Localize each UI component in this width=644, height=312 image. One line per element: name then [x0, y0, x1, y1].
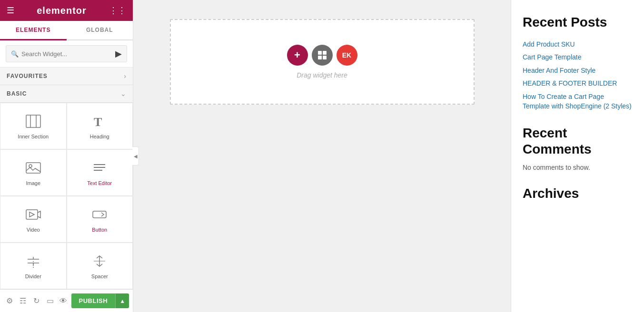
favourites-label: FAVOURITES [7, 73, 48, 79]
sidebar-bottom: ⚙ ☶ ↻ ▭ 👁 PUBLISH ▲ [0, 289, 133, 312]
button-icon [92, 208, 107, 223]
list-item: Header And Footer Style [523, 66, 633, 76]
basic-label: BASIC [7, 90, 27, 97]
video-icon [26, 208, 41, 223]
cursor-indicator: ▶ [115, 49, 122, 59]
widget-spacer-label: Spacer [91, 273, 108, 279]
svg-rect-19 [318, 51, 322, 55]
chevron-down-icon: ⌄ [120, 90, 126, 98]
undo-icon-btn[interactable]: ↻ [31, 293, 42, 309]
tab-global[interactable]: GLOBAL [67, 21, 133, 39]
widget-button[interactable]: Button [67, 196, 133, 243]
widget-button-label: Button [92, 227, 107, 233]
widget-video[interactable]: Video [0, 196, 67, 243]
main-canvas: + EK Drag widget here [133, 0, 511, 312]
svg-rect-21 [318, 56, 322, 59]
widget-image[interactable]: Image [0, 149, 67, 196]
widget-heading-label: Heading [90, 134, 109, 139]
eye-icon-btn[interactable]: 👁 [58, 293, 69, 309]
recent-posts-list: Add Product SKU Cart Page Template Heade… [523, 40, 633, 111]
divider-icon [26, 254, 41, 270]
ek-button[interactable]: EK [337, 45, 357, 66]
svg-rect-22 [323, 56, 327, 59]
widget-heading[interactable]: T Heading [67, 103, 133, 149]
widget-text-editor-label: Text Editor [87, 180, 112, 186]
hamburger-icon[interactable]: ☰ [7, 5, 14, 16]
favourites-row[interactable]: FAVOURITES › [0, 68, 133, 85]
tab-elements[interactable]: ELEMENTS [0, 21, 67, 40]
grid-icon[interactable]: ⋮⋮ [109, 5, 126, 16]
svg-marker-10 [30, 212, 34, 217]
list-item: HEADER & FOOTER BUILDER [523, 79, 633, 88]
inner-section-icon [26, 115, 41, 130]
list-item: How To Create a Cart Page Template with … [523, 92, 633, 111]
sidebar-header: ☰ elementor ⋮⋮ [0, 0, 133, 21]
spacer-icon [92, 254, 107, 270]
search-input-wrap: 🔍 ▶ [6, 45, 127, 62]
layers-icon-btn[interactable]: ☶ [17, 293, 29, 309]
post-link-0[interactable]: Add Product SKU [523, 40, 575, 48]
widget-video-label: Video [27, 227, 40, 233]
collapse-icon: ◀ [134, 154, 138, 159]
sidebar: ☰ elementor ⋮⋮ ELEMENTS GLOBAL 🔍 ▶ FAVOU… [0, 0, 133, 312]
add-template-button[interactable] [312, 45, 333, 66]
publish-button[interactable]: PUBLISH [71, 293, 116, 308]
right-panel: Recent Posts Add Product SKU Cart Page T… [511, 0, 644, 312]
recent-comments-title: Recent Comments [523, 125, 633, 157]
widget-inner-section[interactable]: Inner Section [0, 103, 67, 149]
svg-rect-4 [26, 163, 40, 173]
svg-rect-9 [26, 210, 38, 219]
widget-divider-label: Divider [25, 273, 41, 279]
search-input[interactable] [21, 50, 113, 58]
settings-icon-btn[interactable]: ⚙ [4, 293, 15, 309]
archives-title: Archives [523, 185, 633, 202]
no-comments-text: No comments to show. [523, 164, 633, 171]
post-link-2[interactable]: Header And Footer Style [523, 67, 595, 74]
post-link-3[interactable]: HEADER & FOOTER BUILDER [523, 79, 617, 87]
chevron-right-icon: › [124, 72, 126, 80]
drop-label: Drag widget here [297, 71, 347, 79]
collapse-handle[interactable]: ◀ [132, 146, 139, 166]
add-section-button[interactable]: + [287, 45, 308, 66]
svg-point-5 [29, 165, 32, 167]
widgets-grid: Inner Section T Heading Image [0, 103, 133, 289]
publish-group: PUBLISH ▲ [71, 293, 129, 308]
widget-image-label: Image [26, 180, 40, 186]
svg-rect-0 [26, 115, 40, 127]
text-editor-icon [92, 161, 107, 176]
svg-text:T: T [94, 115, 102, 128]
image-icon [26, 161, 41, 176]
search-icon: 🔍 [11, 50, 19, 58]
recent-posts-title: Recent Posts [523, 14, 633, 30]
post-link-4[interactable]: How To Create a Cart Page Template with … [523, 93, 632, 110]
svg-rect-20 [323, 51, 327, 55]
sidebar-tabs: ELEMENTS GLOBAL [0, 21, 133, 40]
publish-arrow-button[interactable]: ▲ [115, 293, 129, 308]
canvas-section: + EK Drag widget here [133, 0, 511, 114]
list-item: Add Product SKU [523, 40, 633, 49]
widget-text-editor[interactable]: Text Editor [67, 149, 133, 196]
heading-icon: T [92, 115, 107, 130]
widget-divider[interactable]: Divider [0, 243, 67, 289]
widget-spacer[interactable]: Spacer [67, 243, 133, 289]
elementor-logo: elementor [37, 5, 87, 16]
list-item: Cart Page Template [523, 53, 633, 62]
search-box: 🔍 ▶ [0, 40, 133, 68]
basic-row[interactable]: BASIC ⌄ [0, 85, 133, 103]
responsive-icon-btn[interactable]: ▭ [44, 293, 56, 309]
drop-zone-buttons: + EK [285, 45, 359, 66]
drop-zone[interactable]: + EK Drag widget here [170, 19, 475, 105]
post-link-1[interactable]: Cart Page Template [523, 53, 581, 61]
widget-inner-section-label: Inner Section [18, 134, 49, 139]
